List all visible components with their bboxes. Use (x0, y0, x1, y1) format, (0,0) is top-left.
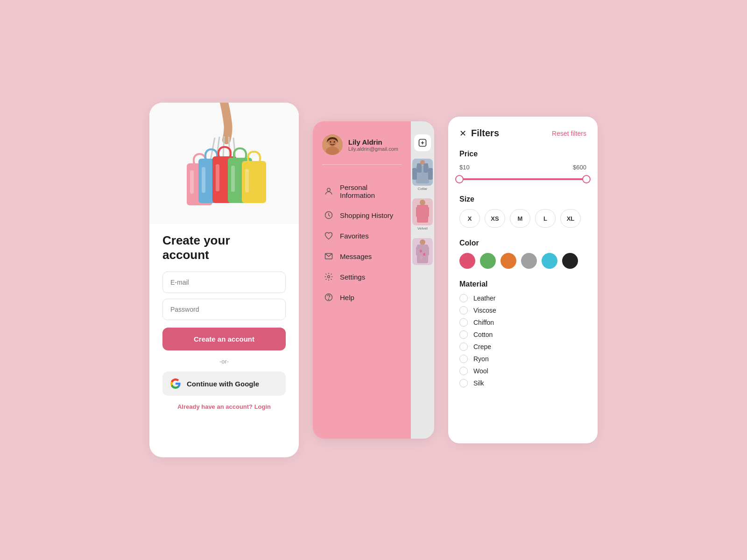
svg-point-28 (328, 276, 330, 278)
email-input[interactable] (162, 272, 286, 293)
menu-item-help[interactable]: Help (322, 287, 402, 308)
reset-filters-button[interactable]: Reset filters (552, 130, 586, 137)
price-min-label: $10 (459, 164, 470, 171)
svg-point-38 (420, 200, 425, 205)
material-checkbox-leather[interactable] (459, 294, 468, 302)
material-item-cotton[interactable]: Cotton (459, 330, 586, 339)
size-btn-m[interactable]: M (510, 209, 530, 228)
password-input[interactable] (162, 299, 286, 320)
material-item-crepe[interactable]: Crepe (459, 343, 586, 351)
profile-info: Lily Aldrin Lily.aldrin@gmail.com (348, 138, 398, 152)
settings-icon (324, 272, 333, 281)
profile-menu-section: Lily Aldrin Lily.aldrin@gmail.com Person… (313, 121, 411, 439)
color-options-row (459, 253, 586, 269)
color-pink[interactable] (459, 253, 475, 269)
material-checkbox-chiffon[interactable] (459, 318, 468, 327)
material-checkbox-ryon[interactable] (459, 355, 468, 363)
menu-item-settings[interactable]: Settings (322, 266, 402, 287)
material-checkbox-crepe[interactable] (459, 343, 468, 351)
material-checkbox-wool[interactable] (459, 367, 468, 375)
material-item-ryon[interactable]: Ryon (459, 355, 586, 363)
material-label-silk: Silk (473, 379, 484, 387)
create-account-button[interactable]: Create an account (162, 328, 286, 350)
price-range-labels: $10 $600 (459, 164, 586, 171)
color-section-title: Color (459, 239, 586, 247)
menu-item-history[interactable]: Shopping History (322, 205, 402, 225)
product-image-1 (412, 159, 433, 186)
color-orange[interactable] (500, 253, 516, 269)
slider-fill (459, 178, 586, 180)
product-thumb-1 (412, 159, 433, 186)
color-green[interactable] (480, 253, 496, 269)
size-btn-x[interactable]: X (459, 209, 480, 228)
menu-item-personal[interactable]: Personal Information (322, 178, 402, 205)
material-item-silk[interactable]: Silk (459, 379, 586, 387)
material-list: Leather Viscose Chiffon Cotton Crepe Ryo… (459, 294, 586, 387)
filters-header: ✕ Filters Reset filters (459, 128, 586, 139)
login-link[interactable]: Login (254, 403, 271, 410)
profile-header: Lily Aldrin Lily.aldrin@gmail.com (322, 134, 402, 165)
avatar-image (322, 134, 343, 155)
material-checkbox-cotton[interactable] (459, 330, 468, 339)
menu-label-help: Help (340, 294, 354, 301)
price-slider[interactable] (459, 175, 586, 184)
svg-rect-37 (428, 168, 433, 180)
material-section-title: Material (459, 280, 586, 288)
cart-icon-button[interactable] (414, 134, 431, 151)
color-gray[interactable] (521, 253, 537, 269)
filters-panel: ✕ Filters Reset filters Price $10 $600 S… (448, 117, 598, 443)
size-btn-l[interactable]: L (535, 209, 556, 228)
material-item-chiffon[interactable]: Chiffon (459, 318, 586, 327)
material-checkbox-viscose[interactable] (459, 306, 468, 315)
size-section-title: Size (459, 195, 586, 203)
shopping-bags-illustration (159, 103, 289, 215)
menu-label-settings: Settings (340, 273, 365, 281)
product-item-1: Collar (412, 159, 433, 191)
svg-point-24 (334, 141, 335, 143)
help-icon (324, 293, 333, 302)
svg-point-30 (328, 299, 329, 300)
material-label-leather: Leather (473, 294, 495, 302)
profile-email: Lily.aldrin@gmail.com (348, 146, 398, 152)
menu-label-personal: Personal Information (340, 183, 400, 199)
color-black[interactable] (562, 253, 578, 269)
svg-point-35 (420, 160, 425, 165)
svg-rect-41 (425, 207, 429, 217)
material-item-viscose[interactable]: Viscose (459, 306, 586, 315)
material-item-leather[interactable]: Leather (459, 294, 586, 302)
heart-icon (324, 231, 333, 240)
filters-title: Filters (471, 128, 499, 139)
price-slider-min-thumb[interactable] (455, 175, 464, 183)
close-filters-button[interactable]: ✕ (459, 128, 466, 139)
menu-label-history: Shopping History (340, 211, 393, 219)
menu-item-favorites[interactable]: Favorites (322, 225, 402, 246)
hero-image-area (149, 103, 299, 224)
size-btn-xs[interactable]: XS (485, 209, 505, 228)
material-item-wool[interactable]: Wool (459, 367, 586, 375)
svg-rect-15 (190, 170, 194, 194)
product-item-3 (412, 238, 433, 266)
signup-form-area: Create your account Create an account -o… (149, 224, 299, 410)
color-cyan[interactable] (542, 253, 557, 269)
filters-title-group: ✕ Filters (459, 128, 499, 139)
material-checkbox-silk[interactable] (459, 379, 468, 387)
profile-panel: Lily Aldrin Lily.aldrin@gmail.com Person… (313, 121, 434, 439)
menu-item-messages[interactable]: Messages (322, 246, 402, 266)
size-btn-xl[interactable]: XL (560, 209, 581, 228)
profile-name: Lily Aldrin (348, 138, 398, 146)
avatar (322, 134, 343, 155)
signup-panel: Create your account Create an account -o… (149, 103, 299, 457)
material-label-crepe: Crepe (473, 343, 491, 350)
svg-rect-33 (417, 163, 422, 173)
material-label-viscose: Viscose (473, 307, 496, 314)
svg-rect-16 (202, 167, 205, 193)
product-label-1: Collar (412, 187, 433, 191)
envelope-icon (324, 252, 333, 261)
product-image-2 (412, 198, 433, 225)
cart-icon (418, 138, 427, 147)
svg-rect-18 (231, 166, 235, 192)
price-slider-max-thumb[interactable] (582, 175, 591, 183)
size-buttons-row: X XS M L XL (459, 209, 586, 228)
google-signin-button[interactable]: Continue with Google (162, 371, 286, 396)
google-icon (170, 378, 181, 389)
